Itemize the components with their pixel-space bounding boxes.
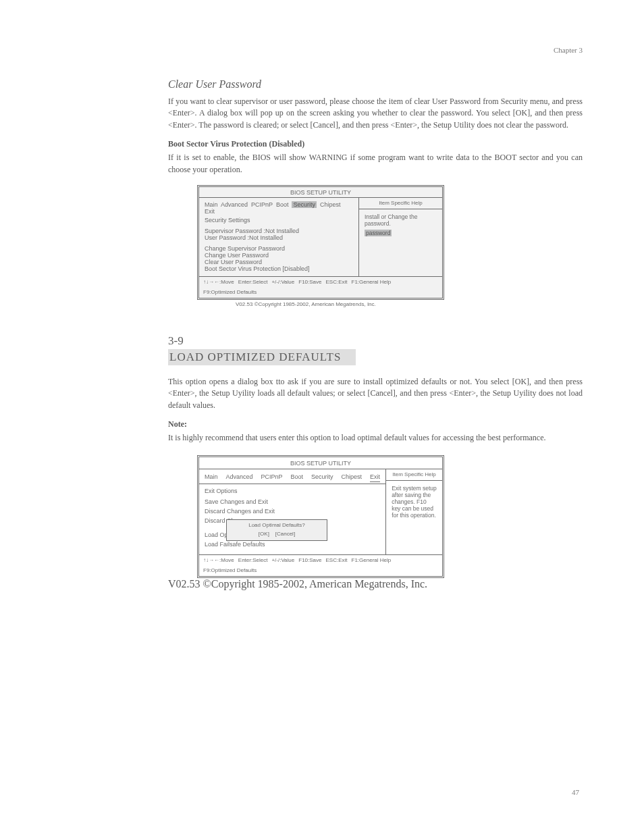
menu-discard-exit: Discard Changes and Exit (205, 507, 380, 515)
paragraph-clear-user-password: If you want to clear supervisor or user … (168, 96, 583, 131)
tab-pcipnp: PCIPnP (251, 201, 273, 208)
tab-advanced: Advanced (226, 473, 253, 482)
note-text: It is highly recommend that users enter … (168, 432, 583, 444)
bios-help-text: Install or Change the password. password (359, 209, 442, 276)
footer-enter: Enter:Select (238, 557, 268, 563)
bios-caption: V02.53 ©Copyright 1985-2002, American Me… (236, 301, 583, 307)
bios-exit-panel: BIOS SETUP UTILITY Main Advanced PCIPnP … (197, 455, 444, 578)
footer-value: +/-/:Value (271, 279, 294, 285)
bios-line: User Password :Not Installed (205, 234, 353, 241)
paragraph-load-optimal: This option opens a dialog box tto ask i… (168, 376, 583, 411)
dialog-cancel-button: [Cancel] (275, 531, 295, 537)
confirm-dialog: Load Optimal Defaults? [OK] [Cancel] (226, 519, 327, 542)
footer-help: F1:General Help (352, 279, 392, 285)
bios-line: Security Settings (205, 217, 353, 224)
page-number: 47 (572, 788, 579, 796)
tab-boot: Boot (291, 473, 304, 482)
footer-enter: Enter:Select (238, 279, 268, 285)
tab-exit: Exit (370, 473, 380, 482)
bios2-help-title: Item Specific Help (386, 469, 442, 481)
boot-sector-heading: Boot Sector Virus Protection (Disabled) (168, 139, 583, 149)
bios-line: Change User Password (205, 252, 353, 259)
footer-defaults: F9:Optimized Defaults (203, 567, 257, 573)
bios-line: Boot Sector Virus Protection [Disabled] (205, 265, 353, 272)
tab-advanced: Advanced (221, 201, 248, 208)
bios-line: Change Supervisor Password (205, 245, 353, 252)
bios2-title: BIOS SETUP UTILITY (199, 457, 442, 469)
tab-main: Main (205, 473, 218, 482)
section-3-9-title: LOAD OPTIMIZED DEFAULTS (168, 349, 356, 365)
footer-exit: ESC:Exit (326, 557, 348, 563)
footer-move: ↑↓→←:Move (203, 557, 234, 563)
section-clear-user-password-heading: Clear User Password (168, 78, 583, 90)
footer-exit: ESC:Exit (326, 279, 348, 285)
note-heading: Note: (168, 419, 583, 429)
bios-title: BIOS SETUP UTILITY (199, 187, 442, 197)
menu-load-failsafe: Load Failsafe Defaults (205, 540, 380, 548)
tab-chipest: Chipest (320, 201, 341, 208)
chapter-header: Chapter 3 (168, 46, 583, 54)
bios2-tab-strip: Main Advanced PCIPnP Boot Security Chipe… (205, 473, 380, 482)
dialog-ok-button: [OK] (259, 531, 269, 537)
bios-security-panel: BIOS SETUP UTILITY Main Advanced PCIPnP … (197, 185, 444, 300)
bios-left-pane: Main Advanced PCIPnP Boot Security Chipe… (199, 198, 359, 276)
footer-move: ↑↓→←:Move (203, 279, 234, 285)
bios2-caption: V02.53 ©Copyright 1985-2002, American Me… (168, 578, 583, 590)
bios2-footer: ↑↓→←:Move Enter:Select +/-/:Value F10:Sa… (199, 554, 442, 576)
tab-main: Main (205, 201, 218, 208)
tab-pcipnp: PCIPnP (261, 473, 283, 482)
bios-line: Clear User Password (205, 259, 353, 265)
bios-line: Supervisor Password :Not Installed (205, 228, 353, 234)
bios-footer: ↑↓→←:Move Enter:Select +/-/:Value F10:Sa… (199, 276, 442, 298)
help-text-fragment: Install or Change the password. (365, 213, 417, 227)
help-highlight: password (365, 230, 392, 236)
tab-security: Security (311, 473, 333, 482)
bios-tab-strip: Main Advanced PCIPnP Boot Security Chipe… (205, 201, 353, 215)
footer-defaults: F9:Optimized Defaults (203, 289, 257, 295)
tab-chipest: Chipest (342, 473, 363, 482)
bios-help-title: Item Specific Help (359, 198, 442, 209)
bios2-help-text: Exit system setup after saving the chang… (386, 481, 442, 554)
dialog-title: Load Optimal Defaults? (231, 522, 323, 529)
tab-exit: Exit (205, 208, 215, 215)
footer-save: F10:Save (298, 557, 321, 563)
section-3-9-number: 3-9 (168, 334, 583, 348)
paragraph-boot-sector: If it is set to enable, the BIOS will sh… (168, 152, 583, 176)
footer-help: F1:General Help (352, 557, 392, 563)
tab-security: Security (292, 201, 317, 208)
footer-value: +/-/:Value (271, 557, 294, 563)
menu-save-exit: Save Changes and Exit (205, 498, 380, 506)
tab-boot: Boot (276, 201, 289, 208)
bios2-menu-heading: Exit Options (205, 487, 380, 495)
footer-save: F10:Save (298, 279, 321, 285)
bios2-left-pane: Main Advanced PCIPnP Boot Security Chipe… (199, 469, 386, 554)
